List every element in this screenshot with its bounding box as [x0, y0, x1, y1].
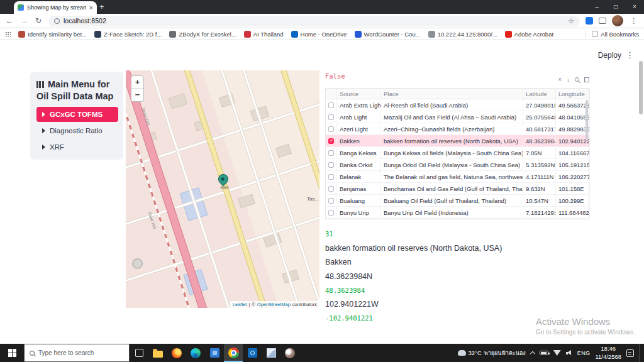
url-text[interactable]: localhost:8502: [64, 17, 564, 25]
taskbar-app-paint[interactable]: [280, 344, 299, 362]
header-longitude[interactable]: Longitude: [556, 89, 590, 99]
table-row[interactable]: Azeri LightAzeri–Chirag–Gunashli fields …: [326, 123, 589, 135]
bookmark-item[interactable]: Home - OneDrive: [291, 31, 347, 38]
header-latitude[interactable]: Latitude: [523, 89, 556, 99]
side-panel-icon[interactable]: [586, 17, 593, 25]
tray-expand-icon[interactable]: [530, 351, 535, 356]
osm-link[interactable]: OpenStreetMap: [257, 302, 291, 307]
table-row-selected[interactable]: Bakkenbakken formation oil reserves (Nor…: [326, 135, 589, 147]
task-view-button[interactable]: [130, 344, 148, 362]
show-desktop-button[interactable]: [639, 344, 641, 362]
cell-place: bakken formation oil reserves (North Dak…: [381, 135, 523, 146]
zoom-in-button[interactable]: +: [131, 76, 143, 89]
header-source[interactable]: Source: [337, 89, 381, 99]
bookmark-item[interactable]: Adobe Acrobat: [505, 31, 553, 38]
profile-avatar[interactable]: [612, 15, 623, 26]
table-row[interactable]: Arab Extra LightAl-Reesh oil field (Saud…: [326, 99, 589, 111]
table-row[interactable]: Banka OrkidBunga Orkid Oil Field (Malays…: [326, 159, 589, 171]
wifi-icon[interactable]: [553, 350, 561, 356]
row-checkbox[interactable]: [328, 114, 334, 120]
outlook-icon: [248, 348, 257, 358]
window-close-button[interactable]: ×: [625, 0, 644, 14]
table-row[interactable]: BelanakThe Belanak oil and gas field, Na…: [326, 171, 589, 183]
battery-icon[interactable]: [540, 351, 548, 355]
row-checkbox[interactable]: [328, 126, 334, 132]
table-scrollbar[interactable]: [586, 100, 588, 139]
taskbar-app-photos[interactable]: [205, 344, 224, 362]
deploy-button[interactable]: Deploy: [598, 51, 621, 60]
site-info-icon[interactable]: [54, 18, 60, 24]
cell-longitude: 106.220277E: [556, 171, 590, 182]
window-maximize-button[interactable]: □: [606, 0, 625, 14]
header-place[interactable]: Place: [381, 89, 523, 99]
menu-item-xrf[interactable]: XRF: [36, 140, 118, 155]
forward-button[interactable]: →: [19, 16, 28, 25]
tab-group-icon[interactable]: [599, 18, 606, 24]
bookmark-item[interactable]: ZBodyX for Exoskel...: [169, 31, 236, 38]
cell-source: Banga Kekwa: [337, 147, 381, 158]
taskbar-app-file-explorer[interactable]: [148, 344, 167, 362]
taskbar-app-firefox[interactable]: [167, 344, 186, 362]
table-row[interactable]: BualuangBualuang Oil Field (Gulf of Thai…: [326, 195, 589, 207]
bookmark-favicon: [169, 31, 176, 38]
table-row[interactable]: Bunyu UripBanyu Urip Oil Field (Indonesi…: [326, 207, 589, 219]
bookmark-label: ZBodyX for Exoskel...: [179, 31, 236, 38]
menu-item-gcxgc-tofms[interactable]: GCxGC TOFMS: [36, 107, 118, 122]
bookmark-favicon: [291, 31, 298, 38]
refresh-button[interactable]: ↻: [34, 16, 43, 25]
new-tab-button[interactable]: +: [99, 2, 104, 11]
activate-windows-watermark: Activate Windows Go to Settings to activ…: [536, 316, 635, 336]
apps-grid-icon[interactable]: [5, 31, 11, 37]
taskbar-app-chrome-active[interactable]: [224, 344, 243, 362]
taskbar-weather[interactable]: 32°C พายุฝนฟ้าคะนอง: [458, 349, 526, 358]
bookmark-label: Z-Face Sketch: 2D f...: [104, 31, 162, 38]
taskbar-app-outlook[interactable]: [243, 344, 262, 362]
back-button[interactable]: ←: [5, 16, 14, 25]
row-checkbox-checked[interactable]: [328, 138, 334, 144]
row-checkbox[interactable]: [328, 210, 334, 216]
leaflet-map[interactable]: Road 193 Road 195 Tas... + − Leaflet | ©…: [126, 70, 319, 308]
all-bookmarks-button[interactable]: All Bookmarks: [585, 31, 639, 38]
row-checkbox[interactable]: [328, 198, 334, 204]
action-center-icon[interactable]: [626, 349, 634, 357]
window-minimize-button[interactable]: –: [587, 0, 606, 14]
bookmark-item[interactable]: WordCounter - Cou...: [355, 31, 421, 38]
row-checkbox[interactable]: [328, 150, 334, 156]
zoom-out-button[interactable]: −: [131, 89, 143, 101]
paint-icon: [285, 348, 295, 358]
close-icon[interactable]: ×: [558, 76, 562, 83]
start-button[interactable]: [0, 344, 24, 362]
tab-close-icon[interactable]: ×: [89, 4, 93, 11]
download-icon[interactable]: ↓: [567, 76, 570, 83]
row-checkbox[interactable]: [328, 186, 334, 192]
table-row[interactable]: BenjamasBenchamas Oil and Gas Field (Gul…: [326, 183, 589, 195]
volume-icon[interactable]: [566, 350, 572, 356]
row-checkbox[interactable]: [328, 174, 334, 180]
search-icon[interactable]: [575, 77, 579, 82]
fullscreen-icon[interactable]: [584, 77, 589, 82]
app-menu-icon[interactable]: ⋮: [626, 50, 634, 60]
taskbar-search[interactable]: Type here to search: [24, 344, 130, 362]
bookmark-item[interactable]: AI Thailand: [244, 31, 284, 38]
caret-icon: [42, 112, 45, 117]
row-checkbox[interactable]: [328, 102, 334, 108]
taskbar-app-edge[interactable]: [186, 344, 205, 362]
taskbar-clock[interactable]: 18:46 11/4/2568: [595, 345, 621, 361]
bookmark-star-icon[interactable]: ☆: [568, 17, 574, 25]
bookmark-item[interactable]: Z-Face Sketch: 2D f...: [94, 31, 162, 38]
taskbar-app-gallery[interactable]: [262, 344, 280, 362]
menu-item-diagnostic-ratio[interactable]: Diagnostic Ratio: [36, 123, 118, 138]
language-indicator[interactable]: ENG: [577, 350, 591, 356]
browser-tab[interactable]: Showing Map by streamlit-foli... ×: [14, 1, 97, 14]
row-checkbox[interactable]: [328, 162, 334, 168]
bookmark-item[interactable]: Identify similarity bet...: [18, 31, 87, 38]
bookmark-favicon: [505, 31, 512, 38]
header-checkbox: [326, 89, 337, 99]
leaflet-link[interactable]: Leaflet: [233, 302, 247, 307]
bookmark-item[interactable]: 10.222.44.125:8000/...: [428, 31, 497, 38]
browser-menu-icon[interactable]: ⋮: [629, 16, 639, 25]
table-row[interactable]: Arab LightMazalij Oil and Gas Field (Al …: [326, 111, 589, 123]
table-row[interactable]: Banga KekwaBunga Kekwa oil fields (Malay…: [326, 147, 589, 159]
page-scrollbar[interactable]: [639, 61, 643, 114]
address-bar[interactable]: localhost:8502 ☆: [48, 16, 580, 26]
